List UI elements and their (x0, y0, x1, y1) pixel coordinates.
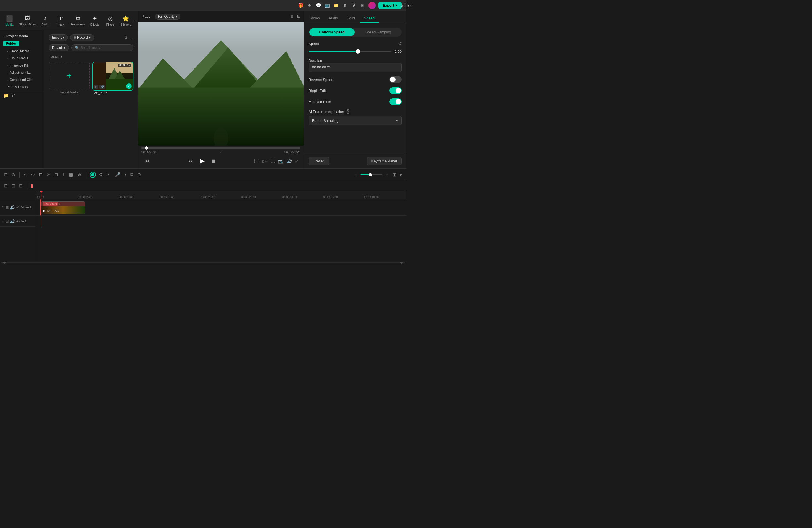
new-folder-icon[interactable]: 📁 (3, 93, 9, 98)
shield-icon[interactable]: ⛨ (106, 172, 112, 178)
detach-icon[interactable]: ⧉ (130, 172, 134, 178)
duration-input[interactable] (308, 63, 402, 72)
toolbar-audio[interactable]: ♪ Audio (38, 14, 53, 28)
snapshot-icon[interactable]: 📷 (278, 159, 284, 164)
screen-icon[interactable]: ⛶ (271, 159, 275, 164)
video-add-icon[interactable]: ⊞ (5, 205, 9, 210)
maintain-pitch-toggle[interactable] (389, 98, 402, 105)
more-options-icon[interactable]: ⋯ (130, 35, 133, 40)
view-toggle[interactable]: ⊞ (392, 172, 396, 178)
music-icon[interactable]: ♪ (124, 172, 127, 178)
upload-icon[interactable]: ⬆ (342, 2, 348, 9)
mic-icon[interactable]: 🎙 (351, 2, 357, 9)
stop-button[interactable]: ⏹ (210, 157, 217, 165)
crop-icon[interactable]: ⊡ (54, 171, 59, 178)
layout-icon[interactable]: ⊞ (360, 2, 366, 9)
play-button[interactable]: ▶ (199, 156, 206, 166)
sidebar-project-media[interactable]: ▾ Project Media (0, 33, 44, 40)
speed-reset-icon[interactable]: ↺ (398, 41, 402, 46)
tab-audio[interactable]: Audio (324, 14, 342, 23)
scrollbar-right-thumb[interactable] (401, 262, 403, 264)
import-media-card[interactable]: + (48, 62, 90, 89)
add-layer-icon[interactable]: ⊞ (18, 182, 24, 189)
media-item[interactable]: 00:00:17 ⊞ 🔗 ✓ (92, 62, 134, 91)
toolbar-titles[interactable]: T Titles (54, 13, 68, 28)
import-button[interactable]: Import ▾ (48, 34, 68, 41)
export-button[interactable]: Export ▾ (378, 2, 402, 9)
uniform-speed-tab[interactable]: Uniform Speed (309, 28, 354, 36)
add-track-icon[interactable]: ⊞ (3, 171, 9, 178)
text-icon[interactable]: T (61, 172, 66, 178)
sidebar-folder-btn[interactable]: Folder (3, 41, 19, 46)
settings-icon[interactable]: ⚙ (98, 171, 104, 178)
video-audio-icon[interactable]: 🔊 (10, 205, 15, 210)
sidebar-influence-kit[interactable]: ▸ Influence Kit (0, 62, 44, 69)
skip-back-button[interactable]: ⏮ (144, 157, 151, 165)
quality-selector[interactable]: Full Quality ▾ (155, 14, 180, 19)
ripple-edit-toggle[interactable] (389, 87, 402, 94)
record-btn[interactable] (90, 172, 96, 178)
mic-tl-icon[interactable]: 🎤 (114, 171, 121, 178)
volume-icon[interactable]: 🔊 (286, 159, 292, 164)
add-video-icon[interactable]: ⊞ (3, 182, 9, 189)
magnetic-icon[interactable]: ⊗ (11, 171, 16, 178)
default-sort[interactable]: Default ▾ (48, 44, 69, 51)
ai-icon[interactable]: ⊕ (136, 171, 142, 178)
frame-back-button[interactable]: ⏭ (187, 157, 194, 165)
video-clip[interactable]: Fast 2.00x ▾ ▶ IMG_7337 (41, 201, 85, 214)
speed-slider[interactable] (308, 48, 391, 54)
video-eye-icon[interactable]: 👁 (16, 205, 19, 210)
delete-folder-icon[interactable]: 🗑 (11, 93, 15, 98)
sidebar-photos-library[interactable]: Photos Library (0, 84, 44, 91)
audio-add-icon[interactable]: ⊞ (5, 219, 9, 223)
speed-thumb[interactable] (356, 49, 360, 54)
info-icon[interactable]: ? (346, 109, 350, 114)
speed-ramping-tab[interactable]: Speed Ramping (356, 28, 401, 36)
sidebar-adjustment[interactable]: ▸ Adjustment L... (0, 69, 44, 76)
mark-in-icon[interactable]: { (254, 159, 255, 164)
timeline-playhead[interactable] (41, 191, 41, 199)
toolbar-stickers[interactable]: ⭐ Stickers (119, 14, 133, 28)
sidebar-compound-clip[interactable]: ▸ Compound Clip (0, 76, 44, 84)
add-audio-icon[interactable]: ⊟ (11, 182, 16, 189)
tab-speed[interactable]: Speed (360, 14, 379, 23)
zoom-in-icon[interactable]: ＋ (384, 171, 390, 178)
toolbar-stock[interactable]: 🖼 Stock Media (18, 14, 37, 28)
undo-icon[interactable]: ↩ (23, 171, 28, 178)
timeline-scrubber[interactable] (141, 147, 301, 149)
mark-out-icon[interactable]: } (258, 159, 259, 164)
fullscreen-icon[interactable]: ⤢ (295, 159, 298, 164)
sidebar-global-media[interactable]: ▸ Global Media (0, 47, 44, 55)
toolbar-more-chevron[interactable]: › (134, 18, 135, 23)
toolbar-media[interactable]: ⬛ Media (2, 14, 17, 28)
insert-icon[interactable]: ▷+ (262, 159, 268, 164)
redo-icon[interactable]: ↪ (30, 171, 35, 178)
grid-view-icon[interactable]: ⊞ (291, 14, 294, 18)
subtitle-icon[interactable]: 💬 (315, 2, 321, 9)
tab-color[interactable]: Color (342, 14, 360, 23)
keyframe-panel-button[interactable]: Keyframe Panel (367, 157, 402, 165)
audio-mute-icon[interactable]: 🔊 (10, 219, 15, 223)
send-icon[interactable]: ✈ (307, 2, 313, 9)
chevron-down-icon[interactable]: ▾ (399, 171, 403, 178)
more-tools-icon[interactable]: ≫ (76, 171, 83, 178)
tab-video[interactable]: Video (306, 14, 324, 23)
scrollbar-left-thumb[interactable] (3, 262, 5, 264)
zoom-out-icon[interactable]: － (353, 171, 359, 178)
cut-icon[interactable]: ✂ (46, 171, 52, 178)
toolbar-filters[interactable]: ◎ Filters (103, 14, 118, 28)
reset-button[interactable]: Reset (308, 157, 330, 165)
delete-icon[interactable]: 🗑 (38, 172, 44, 178)
red-marker[interactable]: ▮ (30, 183, 33, 189)
user-avatar[interactable] (368, 2, 376, 9)
photo-icon[interactable]: 🖼 (297, 14, 301, 18)
toolbar-transitions[interactable]: ⧉ Transitions (69, 14, 87, 28)
search-box[interactable]: 🔍 Search media (71, 44, 133, 51)
zoom-thumb[interactable] (369, 173, 372, 176)
folder-icon[interactable]: 📁 (333, 2, 339, 9)
reverse-speed-toggle[interactable] (389, 76, 402, 83)
timeline-playhead-dot[interactable] (145, 146, 148, 150)
filter-icon[interactable]: ⚙ (124, 35, 128, 40)
sidebar-cloud-media[interactable]: ▸ Cloud Media (0, 55, 44, 62)
zoom-slider[interactable] (360, 174, 382, 175)
